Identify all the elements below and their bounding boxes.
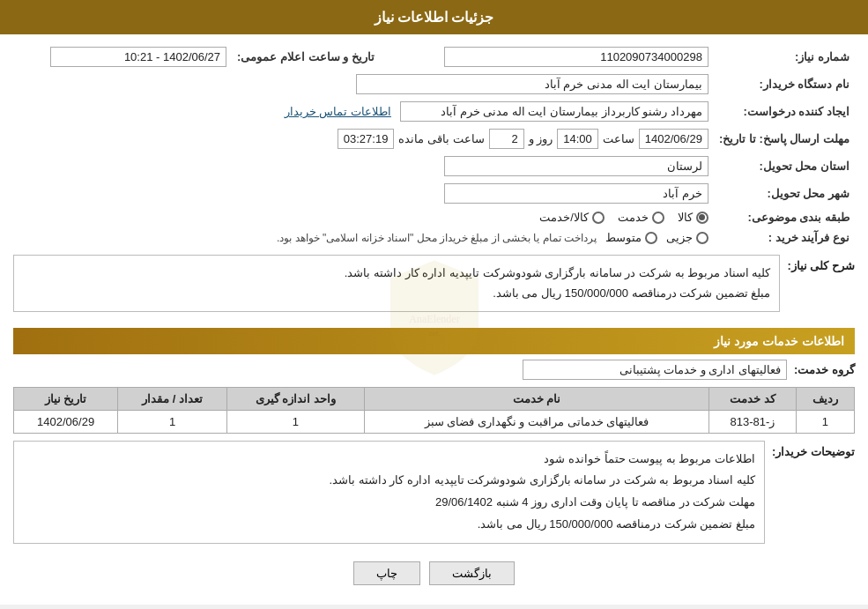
services-section-header: اطلاعات خدمات مورد نیاز: [13, 328, 855, 354]
cell-service-name: فعالیتهای خدماتی مراقبت و نگهداری فضای س…: [364, 410, 708, 433]
buyer-desc-label: توضیحات خریدار:: [772, 441, 855, 458]
need-number-label: شماره نیاز:: [714, 43, 855, 71]
cell-quantity: 1: [118, 410, 227, 433]
services-table: ردیف کد خدمت نام خدمت واحد اندازه گیری ت…: [13, 387, 855, 434]
category-radio-2[interactable]: [652, 212, 664, 224]
send-time-label: ساعت: [603, 132, 634, 145]
general-desc-text: کلیه اسناد مربوط به شرکت در سامانه بارگز…: [345, 266, 771, 300]
table-row: 1 ز-81-813 فعالیتهای خدماتی مراقبت و نگه…: [14, 410, 855, 433]
buyer-desc-text: اطلاعات مربوط به پیوست حتماً خوانده شودک…: [329, 452, 755, 531]
service-group-row: گروه خدمت: فعالیتهای اداری و خدمات پشتیب…: [13, 360, 855, 380]
category-label-2: خدمت: [618, 211, 649, 224]
category-label-3: کالا/خدمت: [539, 211, 589, 224]
category-option-2[interactable]: خدمت: [618, 211, 664, 224]
send-remaining-value: 03:27:19: [338, 129, 395, 149]
general-desc-box: کلیه اسناد مربوط به شرکت در سامانه بارگز…: [13, 255, 780, 312]
creator-label: ایجاد کننده درخواست:: [714, 98, 855, 125]
print-button[interactable]: چاپ: [353, 561, 420, 585]
purchase-option-1[interactable]: جزیی: [666, 231, 708, 244]
service-group-label: گروه خدمت:: [794, 363, 855, 376]
purchase-radio-2[interactable]: [645, 232, 657, 244]
page-wrapper: جزئیات اطلاعات نیاز AnaElender .net شمار…: [0, 0, 868, 605]
general-desc-row: شرح کلی نیاز: کلیه اسناد مربوط به شرکت د…: [13, 255, 855, 319]
send-days-label: روز و: [529, 132, 553, 145]
col-header-unit: واحد اندازه گیری: [226, 387, 364, 410]
delivery-province-label: استان محل تحویل:: [714, 152, 855, 180]
content-area: AnaElender .net شماره نیاز: 110209073400…: [0, 34, 868, 605]
category-radio-1[interactable]: [696, 212, 708, 224]
announce-datetime-value: 1402/06/27 - 10:21: [50, 47, 226, 67]
creator-value: مهرداد رشنو کاربرداز بیمارستان ایت اله م…: [400, 101, 708, 122]
delivery-city-value: خرم آباد: [444, 183, 708, 204]
button-row: بازگشت چاپ: [13, 561, 855, 585]
need-number-value: 1102090734000298: [444, 47, 708, 67]
service-group-value: فعالیتهای اداری و خدمات پشتیبانی: [523, 360, 787, 380]
category-option-1[interactable]: کالا: [678, 211, 708, 224]
purchase-label-2: متوسط: [605, 231, 642, 244]
cell-unit: 1: [226, 410, 364, 433]
cell-service-code: ز-81-813: [708, 410, 796, 433]
general-desc-label: شرح کلی نیاز:: [787, 255, 855, 272]
services-section-title: اطلاعات خدمات مورد نیاز: [714, 334, 844, 348]
creator-contact-link[interactable]: اطلاعات تماس خریدار: [285, 105, 391, 118]
page-header: جزئیات اطلاعات نیاز: [0, 0, 868, 34]
buyer-desc-row: توضیحات خریدار: اطلاعات مربوط به پیوست ح…: [13, 441, 855, 551]
back-button[interactable]: بازگشت: [429, 561, 515, 585]
delivery-city-label: شهر محل تحویل:: [714, 180, 855, 207]
send-days-value: 2: [489, 129, 524, 149]
purchase-type-label: نوع فرآیند خرید :: [714, 227, 855, 248]
col-header-service-code: کد خدمت: [708, 387, 796, 410]
main-info-table: شماره نیاز: 1102090734000298 تاریخ و ساع…: [13, 43, 855, 248]
col-header-need-date: تاریخ نیاز: [14, 387, 118, 410]
purchase-radio-1[interactable]: [696, 232, 708, 244]
delivery-province-value: لرستان: [444, 156, 708, 176]
announce-date-label: تاریخ و ساعت اعلام عمومی:: [232, 43, 392, 71]
send-deadline-label: مهلت ارسال پاسخ: تا تاریخ:: [714, 125, 855, 152]
page-title: جزئیات اطلاعات نیاز: [375, 10, 494, 25]
cell-row-num: 1: [796, 410, 854, 433]
buyer-org-value: بیمارستان ایت اله مدنی خرم آباد: [356, 74, 708, 94]
category-option-3[interactable]: کالا/خدمت: [539, 211, 605, 224]
buyer-desc-box: اطلاعات مربوط به پیوست حتماً خوانده شودک…: [13, 441, 765, 544]
cell-need-date: 1402/06/29: [14, 410, 118, 433]
send-date-value: 1402/06/29: [639, 129, 708, 149]
category-radio-3[interactable]: [592, 212, 605, 224]
purchase-type-desc: پرداخت تمام یا بخشی از مبلغ خریداز محل "…: [277, 232, 597, 244]
purchase-label-1: جزیی: [666, 231, 693, 244]
purchase-option-2[interactable]: متوسط: [605, 231, 657, 244]
category-label: طبقه بندی موضوعی:: [714, 207, 855, 227]
col-header-service-name: نام خدمت: [364, 387, 708, 410]
col-header-row-num: ردیف: [796, 387, 854, 410]
send-remaining-label: ساعت باقی مانده: [398, 132, 484, 145]
send-time-value: 14:00: [557, 129, 598, 149]
col-header-quantity: تعداد / مقدار: [118, 387, 227, 410]
buyer-org-label: نام دستگاه خریدار:: [714, 71, 855, 98]
category-label-1: کالا: [678, 211, 693, 224]
